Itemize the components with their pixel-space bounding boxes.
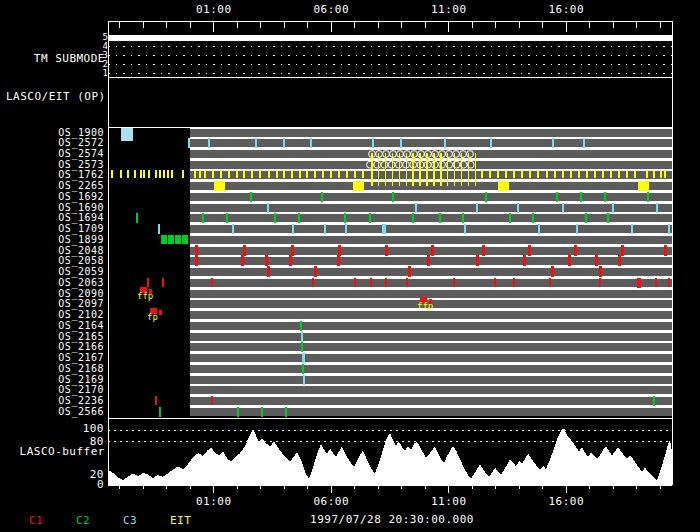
event-tick-OS_2063 bbox=[354, 278, 356, 287]
event-tick-OS_1762 bbox=[314, 170, 316, 178]
buffer-ytick-80: 80 bbox=[66, 435, 104, 448]
event-tick-OS_1694 bbox=[298, 213, 300, 223]
buffer-ytick-0: 0 bbox=[66, 478, 104, 491]
event-tick-OS_1762 bbox=[243, 170, 245, 178]
event-tick-OS_2063 bbox=[385, 278, 387, 287]
event-tick-OS_2059 bbox=[314, 266, 317, 277]
plot-start-datetime: 1997/07/28 20:30:00.000 bbox=[310, 513, 474, 526]
row-label-OS_2169: OS_2169 bbox=[38, 375, 104, 385]
os-bar-dark-OS_2572 bbox=[108, 139, 190, 147]
event-tick-OS_1762 bbox=[618, 170, 620, 178]
event-tick-OS_1690 bbox=[562, 203, 564, 213]
event-tick-OS_1762 bbox=[220, 170, 222, 178]
event-tick-OS_1762 bbox=[594, 170, 596, 178]
event-tick-OS_2063 bbox=[312, 278, 314, 287]
event-tick-OS_1762 bbox=[354, 170, 356, 178]
event-tick-OS_2048 bbox=[243, 245, 246, 256]
row-label-OS_2265: OS_2265 bbox=[38, 181, 104, 191]
row-label-OS_1762: OS_1762 bbox=[38, 170, 104, 180]
event-tick-OS_2236 bbox=[211, 396, 213, 405]
event-tick-OS_1762 bbox=[646, 170, 648, 178]
event-tick-OS_1709 bbox=[538, 224, 540, 234]
event-stem-OS_1762 bbox=[468, 153, 470, 186]
os-bar-OS_1690 bbox=[190, 204, 672, 212]
buffer-ytick-100: 100 bbox=[66, 422, 104, 435]
event-tick-OS_1762 bbox=[338, 170, 340, 178]
event-tick-OS_1709 bbox=[158, 224, 160, 234]
lasco-plan-timeline: TM SUBMODE LASCO/EIT (OP) LASCO-buffer 1… bbox=[0, 0, 700, 532]
event-flag-text-OS_2097: ffp bbox=[417, 301, 433, 311]
event-tick-OS_2059 bbox=[267, 266, 270, 277]
event-tick-OS_2572 bbox=[583, 138, 585, 148]
event-tick-OS_2048 bbox=[621, 245, 624, 256]
event-block-OS_2265 bbox=[353, 181, 364, 191]
os-bar-OS_2265 bbox=[190, 182, 672, 190]
event-tick-OS_1694 bbox=[607, 213, 609, 223]
time-label-top-1: 06:00 bbox=[313, 3, 349, 16]
event-tick-OS_1762 bbox=[546, 170, 548, 178]
os-bar-OS_1762 bbox=[190, 171, 672, 179]
row-label-OS_2170: OS_2170 bbox=[38, 385, 104, 395]
os-bar-dark-OS_2236 bbox=[108, 397, 190, 405]
event-tick-OS_2169 bbox=[303, 375, 305, 385]
event-tick-OS_1762 bbox=[562, 170, 564, 178]
row-label-OS_2058: OS_2058 bbox=[38, 256, 104, 266]
os-bar-dark-OS_2566 bbox=[108, 408, 190, 416]
event-tick-OS_2063 bbox=[370, 278, 372, 287]
event-tick-OS_2058 bbox=[265, 255, 268, 266]
event-tick-OS_2058 bbox=[289, 255, 292, 266]
event-tick-OS_2063 bbox=[494, 278, 496, 287]
event-tick-OS_2572 bbox=[188, 138, 190, 148]
event-tick-OS_1762 bbox=[194, 170, 196, 178]
event-tick-OS_1692 bbox=[321, 192, 323, 202]
legend-c2: C2 bbox=[76, 514, 90, 527]
event-stem-OS_1762 bbox=[454, 153, 456, 186]
event-tick-OS_1762 bbox=[513, 170, 515, 178]
event-tick-OS_1762 bbox=[537, 170, 539, 178]
event-tick-OS_1762 bbox=[204, 170, 206, 178]
event-tick-OS_1762 bbox=[322, 170, 324, 178]
event-stem-OS_1762 bbox=[461, 153, 463, 186]
os-bar-OS_2170 bbox=[190, 386, 672, 394]
tm-level-1: 1 bbox=[96, 68, 108, 78]
row-label-OS_1690: OS_1690 bbox=[38, 203, 104, 213]
os-bar-OS_2090 bbox=[190, 290, 672, 298]
event-tick-OS_2063 bbox=[162, 278, 164, 287]
event-tick-OS_1762 bbox=[268, 170, 270, 178]
row-label-OS_2059: OS_2059 bbox=[38, 267, 104, 277]
event-tick-OS_1762 bbox=[602, 170, 604, 178]
event-tick-OS_1762 bbox=[167, 170, 169, 178]
event-tick-OS_2058 bbox=[195, 255, 198, 266]
event-block-OS_1900 bbox=[121, 128, 133, 141]
os-bar-dark-OS_2573 bbox=[108, 161, 190, 169]
os-bar-dark-OS_1692 bbox=[108, 193, 190, 201]
os-bar-OS_2058 bbox=[190, 257, 672, 265]
event-tick-OS_2063 bbox=[637, 278, 641, 288]
event-tick-OS_2566 bbox=[261, 407, 263, 417]
event-tick-OS_1709 bbox=[292, 224, 294, 234]
event-tick-OS_2236 bbox=[155, 396, 157, 405]
os-bar-dark-OS_2170 bbox=[108, 386, 190, 394]
event-tick-OS_2059 bbox=[408, 266, 411, 277]
row-label-OS_2572: OS_2572 bbox=[38, 138, 104, 148]
time-label-top-0: 01:00 bbox=[196, 3, 232, 16]
timeline-plot-canvas bbox=[0, 0, 700, 532]
event-tick-OS_1709 bbox=[345, 224, 347, 234]
os-bar-dark-OS_2168 bbox=[108, 365, 190, 373]
row-label-OS_2165: OS_2165 bbox=[38, 332, 104, 342]
event-tick-OS_1762 bbox=[199, 170, 201, 178]
event-tick-OS_2058 bbox=[523, 255, 526, 266]
event-tick-OS_2063 bbox=[453, 278, 455, 287]
event-tick-OS_1690 bbox=[612, 203, 614, 213]
os-bar-dark-OS_1690 bbox=[108, 204, 190, 212]
event-tick-OS_1709 bbox=[382, 224, 386, 234]
event-tick-OS_1709 bbox=[232, 224, 234, 234]
event-tick-OS_1762 bbox=[570, 170, 572, 178]
event-tick-OS_1762 bbox=[134, 170, 136, 178]
event-tick-OS_1762 bbox=[505, 170, 507, 178]
event-tick-OS_1690 bbox=[267, 203, 269, 213]
os-bar-OS_2169 bbox=[190, 376, 672, 384]
event-tick-OS_2048 bbox=[664, 245, 667, 256]
event-stem-OS_1762 bbox=[447, 153, 449, 186]
event-tick-OS_2058 bbox=[337, 255, 340, 266]
